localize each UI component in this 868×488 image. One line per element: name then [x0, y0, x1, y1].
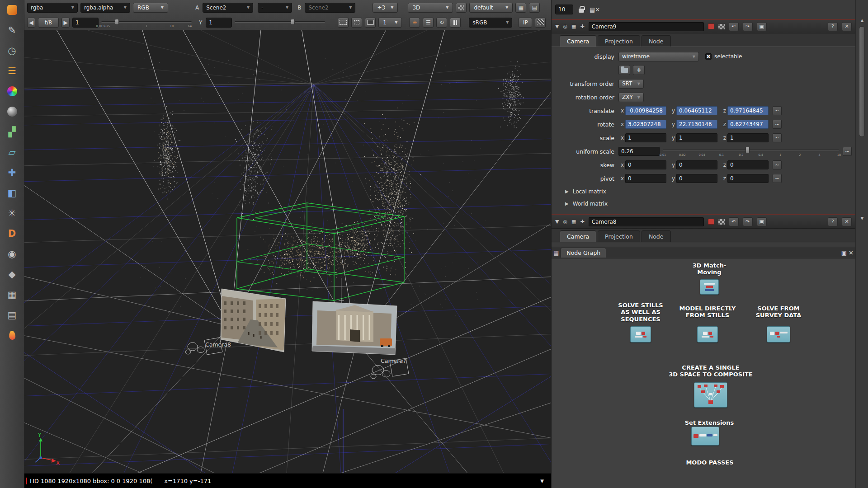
deep-icon[interactable]: D: [4, 225, 20, 242]
alpha-channel-dropdown[interactable]: rgba.alpha▼: [80, 3, 130, 13]
metadata-icon[interactable]: ◆: [4, 266, 20, 282]
display-channel-dropdown[interactable]: RGB▼: [133, 3, 168, 13]
help-button[interactable]: ?: [828, 217, 838, 226]
uniform-scale-field[interactable]: 0.26: [618, 147, 660, 156]
image-icon[interactable]: [4, 1, 20, 18]
filter-icon[interactable]: [4, 103, 20, 120]
node-cluster-thumbnail[interactable]: [630, 326, 651, 343]
node-cluster-thumbnail[interactable]: [767, 326, 790, 343]
gamma-toggle-label[interactable]: Y: [198, 19, 203, 26]
colorspace-dropdown[interactable]: sRGB▼: [469, 18, 512, 28]
slider-handle[interactable]: [291, 19, 295, 25]
channel-icon[interactable]: ☰: [4, 62, 20, 79]
tab-camera[interactable]: Camera: [560, 35, 596, 47]
translate-z-field[interactable]: 0.97164845: [727, 106, 769, 115]
3d-viewport[interactable]: Camera8Camera7YX: [24, 30, 551, 473]
panel-scrollbar[interactable]: ▲ ▼: [855, 0, 868, 488]
node-color-swatch[interactable]: [708, 219, 714, 225]
gamma-input[interactable]: 1: [206, 18, 232, 28]
node-color-swatch[interactable]: [708, 23, 714, 29]
pivot-y-field[interactable]: 0: [676, 174, 717, 183]
close-panel-button[interactable]: ✕: [842, 22, 852, 31]
keyer-icon[interactable]: ▞: [4, 123, 20, 140]
pin-icon[interactable]: ✚: [580, 219, 584, 225]
film-icon[interactable]: ▦: [571, 219, 576, 225]
node-cluster-thumbnail[interactable]: [700, 279, 719, 295]
next-frame-button[interactable]: ▶: [61, 18, 70, 28]
uniform-scale-animation-button[interactable]: ~: [843, 147, 852, 156]
checkerboard-toggle[interactable]: [456, 3, 467, 13]
selectable-checkbox[interactable]: ✖: [705, 53, 712, 60]
green-wireframe-box[interactable]: [237, 203, 404, 300]
merge-icon[interactable]: ▱: [4, 144, 20, 160]
transform-icon[interactable]: ✚: [4, 164, 20, 181]
pivot-x-field[interactable]: 0: [625, 174, 666, 183]
snap-axis-button[interactable]: ✚: [633, 65, 645, 75]
undo-button[interactable]: ↶: [729, 217, 739, 226]
tab-camera[interactable]: Camera: [560, 230, 596, 242]
pause-button[interactable]: [450, 18, 461, 28]
rotation-order-dropdown[interactable]: ZXY▼: [618, 93, 644, 102]
close-panel-button[interactable]: ✕: [842, 217, 852, 226]
toolsets-icon[interactable]: ▦: [4, 286, 20, 303]
refresh-button[interactable]: ↻: [436, 18, 447, 28]
node-name-field[interactable]: Camera9: [589, 22, 704, 31]
view-mode-dropdown[interactable]: 3D▼: [408, 3, 453, 13]
world-matrix-row[interactable]: ▶ World matrix: [552, 197, 855, 210]
film-icon[interactable]: ▦: [571, 23, 576, 29]
skew-animation-button[interactable]: ~: [773, 160, 782, 169]
gamma-slider[interactable]: [235, 17, 325, 28]
local-matrix-row[interactable]: ▶ Local matrix: [552, 185, 855, 197]
translate-x-field[interactable]: -0.00984258: [625, 106, 666, 115]
scale-y-field[interactable]: 1: [676, 133, 717, 142]
undo-button[interactable]: ↶: [729, 22, 739, 31]
photo-plane-2[interactable]: [312, 301, 397, 355]
node-cluster-thumbnail[interactable]: [691, 427, 719, 446]
proxy-dropdown[interactable]: 1▼: [378, 18, 402, 28]
display-dropdown[interactable]: wireframe▼: [618, 52, 699, 61]
slider-handle[interactable]: [745, 147, 750, 153]
skew-z-field[interactable]: 0: [727, 160, 769, 169]
input-process-toggle[interactable]: IP: [519, 18, 532, 28]
pivot-z-field[interactable]: 0: [727, 174, 769, 183]
roi-button[interactable]: [351, 18, 362, 28]
tab-projection[interactable]: Projection: [598, 35, 640, 47]
gain-slider[interactable]: 0.01562511064: [101, 17, 192, 28]
scale-z-field[interactable]: 1: [727, 133, 769, 142]
scale-animation-button[interactable]: ~: [773, 133, 782, 142]
tab-projection[interactable]: Projection: [598, 230, 640, 242]
marquee-select-button[interactable]: [338, 18, 349, 28]
center-node-icon[interactable]: ◎: [563, 23, 567, 29]
scroll-down-icon[interactable]: ▼: [856, 216, 868, 221]
node-name-field[interactable]: Camera8: [589, 217, 704, 226]
redo-button[interactable]: ↷: [743, 217, 753, 226]
transform-order-dropdown[interactable]: SRT▼: [618, 79, 644, 89]
downrez-dropdown[interactable]: ÷3▼: [373, 3, 398, 13]
input-a-dropdown[interactable]: Scene2▼: [203, 3, 253, 13]
status-dropdown-caret[interactable]: ▼: [540, 479, 544, 483]
max-panels-field[interactable]: 10: [555, 5, 573, 14]
file-browse-button[interactable]: [618, 65, 630, 75]
tab-node[interactable]: Node: [642, 35, 671, 47]
settings-button[interactable]: ✳: [409, 18, 420, 28]
uniform-scale-slider[interactable]: 0.010.020.040.10.20.412410: [663, 145, 839, 157]
scrollbar-thumb[interactable]: [859, 26, 865, 137]
pivot-animation-button[interactable]: ~: [773, 174, 782, 183]
fstop-button[interactable]: f/8: [38, 18, 59, 28]
input-b-dropdown[interactable]: Scene2▼: [305, 3, 355, 13]
3d-icon[interactable]: ◧: [4, 184, 20, 201]
node-graph-canvas[interactable]: 3D Match- MovingSOLVE STILLS AS WELL AS …: [552, 258, 855, 488]
help-button[interactable]: ?: [828, 22, 838, 31]
stack-button[interactable]: ▤: [529, 3, 540, 13]
color-icon[interactable]: [4, 83, 20, 99]
close-panel-icon[interactable]: ✕: [849, 249, 854, 256]
pin-icon[interactable]: ✚: [580, 23, 584, 29]
collapse-triangle-icon[interactable]: ▼: [555, 219, 559, 225]
rotate-x-field[interactable]: 3.02307248: [625, 120, 666, 129]
node-checker-swatch[interactable]: [718, 24, 725, 29]
node-checker-swatch[interactable]: [718, 219, 725, 225]
float-panel-button[interactable]: ▣: [757, 22, 767, 31]
gain-input[interactable]: 1: [72, 18, 99, 28]
wipe-mode-dropdown[interactable]: -▼: [258, 3, 292, 13]
collapse-triangle-icon[interactable]: ▼: [555, 23, 559, 29]
